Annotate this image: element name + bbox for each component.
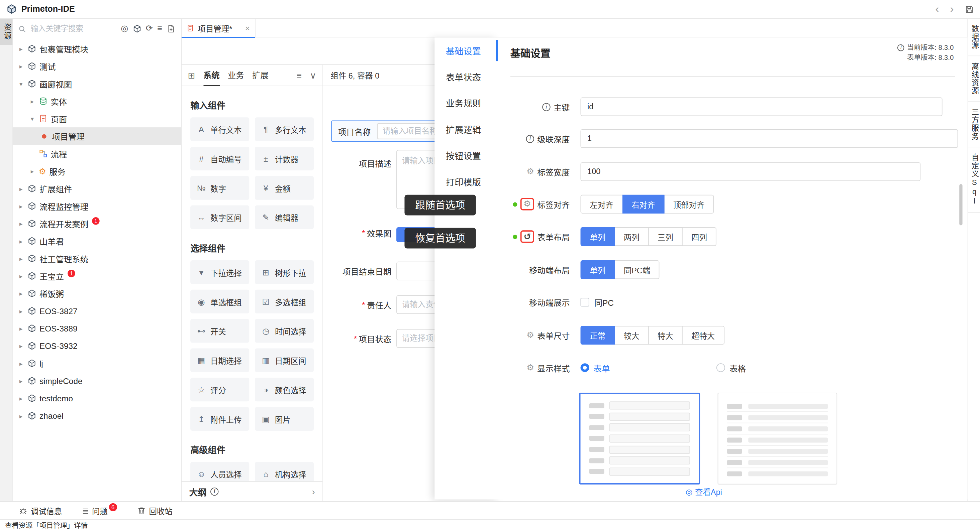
- tree-item[interactable]: ▸实体: [13, 92, 181, 109]
- editor-tab-project-management[interactable]: 项目管理* ×: [181, 19, 256, 37]
- label-align-top[interactable]: 顶部对齐: [664, 195, 714, 214]
- palette-item[interactable]: ◑颜色选择: [255, 378, 314, 401]
- problems-button[interactable]: ≣ 问题 6: [82, 505, 117, 516]
- chevron-right-icon[interactable]: ▸: [18, 45, 24, 52]
- tree-item[interactable]: ▸⚙服务: [13, 162, 181, 180]
- label-align-left[interactable]: 左对齐: [581, 195, 623, 214]
- chevron-right-icon[interactable]: ▸: [18, 360, 24, 367]
- same-as-pc-checkbox[interactable]: [581, 298, 589, 306]
- save-icon[interactable]: [965, 5, 974, 13]
- grid-view-icon[interactable]: ⊞: [188, 71, 195, 79]
- tree-item-selected[interactable]: 项目管理: [13, 127, 181, 145]
- label-align-right[interactable]: 右对齐: [622, 195, 664, 214]
- recycle-bin-button[interactable]: 回收站: [137, 505, 173, 516]
- palette-item[interactable]: ▥日期区间: [255, 348, 314, 372]
- tree-item[interactable]: ▸EOS-3889: [13, 319, 181, 337]
- outline-bar[interactable]: 大纲 i ›: [181, 481, 323, 501]
- settings-menu-form-state[interactable]: 表单状态: [434, 64, 498, 90]
- chevron-right-icon[interactable]: ▸: [18, 272, 24, 279]
- reset-icon[interactable]: ↺: [524, 232, 531, 241]
- palette-item[interactable]: ↔数字区间: [190, 206, 249, 229]
- palette-item[interactable]: №数字: [190, 176, 249, 200]
- form-size-xxlarge[interactable]: 超特大: [682, 326, 724, 344]
- form-layout-single[interactable]: 单列: [581, 227, 615, 246]
- package-tool-icon[interactable]: [133, 24, 142, 33]
- display-style-form-radio[interactable]: [581, 363, 589, 372]
- settings-menu-button-settings[interactable]: 按钮设置: [434, 142, 498, 168]
- chevron-right-icon[interactable]: ▸: [18, 255, 24, 262]
- tree-item[interactable]: ▸testdemo: [13, 390, 181, 407]
- form-size-xlarge[interactable]: 特大: [648, 326, 682, 344]
- tree-item[interactable]: ▸EOS-3827: [13, 302, 181, 319]
- palette-item[interactable]: ◷时间选择: [255, 319, 314, 343]
- tree-item[interactable]: ▸zhaoel: [13, 407, 181, 424]
- settings-menu-extend-logic[interactable]: 扩展逻辑: [434, 116, 498, 142]
- chevron-right-icon[interactable]: ▸: [18, 185, 24, 192]
- chevron-down-icon[interactable]: ∨: [310, 71, 316, 79]
- chevron-right-icon[interactable]: ▸: [18, 325, 24, 332]
- back-icon[interactable]: ‹: [935, 4, 939, 14]
- rail-tab-third-party-services[interactable]: 三方服务: [968, 102, 980, 148]
- form-size-large[interactable]: 较大: [614, 326, 649, 344]
- tree-item[interactable]: ▸包裹管理模块: [13, 40, 181, 57]
- import-resource-icon[interactable]: [167, 24, 175, 33]
- palette-item[interactable]: ☺人员选择: [190, 462, 249, 481]
- scrollbar-thumb[interactable]: [959, 184, 962, 225]
- chevron-right-icon[interactable]: ▸: [18, 343, 24, 349]
- chevron-right-icon[interactable]: ▸: [18, 203, 24, 209]
- tree-item[interactable]: ▸lj: [13, 355, 181, 372]
- palette-item[interactable]: ⊷开关: [190, 319, 249, 343]
- palette-item[interactable]: A单行文本: [190, 117, 249, 141]
- chevron-right-icon[interactable]: ▸: [18, 377, 24, 384]
- tree-item[interactable]: ▸稀饭粥: [13, 285, 181, 302]
- palette-item[interactable]: ▣图片: [255, 407, 314, 431]
- chevron-right-icon[interactable]: ▸: [18, 395, 24, 402]
- close-icon[interactable]: ×: [245, 24, 250, 33]
- palette-item[interactable]: ✎编辑器: [255, 206, 314, 229]
- palette-item[interactable]: ▾下拉选择: [190, 260, 249, 284]
- palette-tab-extend[interactable]: 扩展: [252, 65, 269, 86]
- form-layout-four[interactable]: 四列: [682, 227, 716, 246]
- chevron-down-icon[interactable]: ▾: [29, 115, 36, 122]
- scan-icon[interactable]: ◎: [121, 24, 128, 33]
- mobile-layout-single[interactable]: 单列: [581, 260, 615, 279]
- tree-item[interactable]: ▸流程监控管理: [13, 197, 181, 214]
- chevron-right-icon[interactable]: ▸: [29, 98, 36, 105]
- form-layout-three[interactable]: 三列: [648, 227, 682, 246]
- palette-item[interactable]: ±计数器: [255, 147, 314, 170]
- tree-item[interactable]: ▾画廊视图: [13, 75, 181, 92]
- chevron-down-icon[interactable]: ▾: [18, 80, 24, 87]
- rail-tab-offline-resources[interactable]: 离线资源: [968, 56, 980, 102]
- palette-tab-system[interactable]: 系统: [204, 65, 220, 86]
- label-width-input[interactable]: [581, 162, 921, 181]
- tree-item[interactable]: ▸社工管理系统: [13, 250, 181, 267]
- chevron-right-icon[interactable]: ▸: [18, 220, 24, 227]
- gear-icon[interactable]: ⚙: [523, 200, 531, 208]
- rail-tab-resources[interactable]: 资源: [0, 19, 13, 45]
- palette-item[interactable]: ¶多行文本: [255, 117, 314, 141]
- tree-item[interactable]: ▸王宝立1: [13, 267, 181, 285]
- cascade-depth-input[interactable]: [581, 129, 958, 148]
- tree-item[interactable]: ▸测试: [13, 57, 181, 75]
- chevron-right-icon[interactable]: ▸: [18, 238, 24, 244]
- table-style-preview[interactable]: [718, 393, 837, 484]
- view-api-link[interactable]: ◎ 查看Api: [686, 486, 722, 497]
- settings-menu-business-rules[interactable]: 业务规则: [434, 90, 498, 116]
- chevron-right-icon[interactable]: ▸: [18, 290, 24, 297]
- palette-item[interactable]: ☑多选框组: [255, 290, 314, 313]
- form-style-preview[interactable]: [579, 393, 700, 484]
- tree-item[interactable]: ▸simpleCode: [13, 372, 181, 389]
- debug-info-button[interactable]: 调试信息: [19, 505, 62, 516]
- palette-item[interactable]: ↥附件上传: [190, 407, 249, 431]
- tree-item[interactable]: 流程: [13, 145, 181, 162]
- palette-item[interactable]: ¥金额: [255, 176, 314, 200]
- search-input[interactable]: [31, 24, 117, 33]
- form-size-normal[interactable]: 正常: [581, 326, 615, 344]
- palette-item[interactable]: ⌂机构选择: [255, 462, 314, 481]
- palette-item[interactable]: ☆评分: [190, 378, 249, 401]
- primary-key-input[interactable]: [581, 97, 943, 116]
- palette-tab-business[interactable]: 业务: [228, 65, 244, 86]
- filter-icon[interactable]: ≡: [157, 24, 162, 33]
- chevron-right-icon[interactable]: ▸: [18, 308, 24, 314]
- settings-menu-basic[interactable]: 基础设置: [434, 37, 498, 63]
